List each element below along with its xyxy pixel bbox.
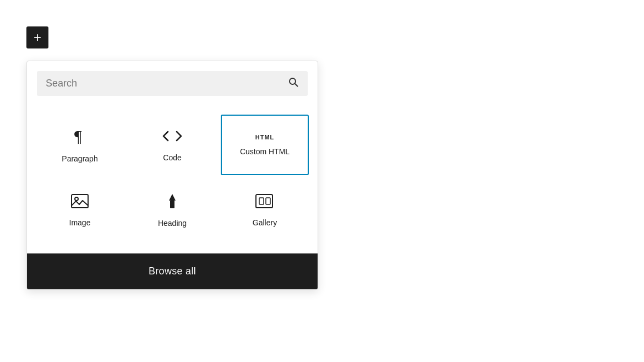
plus-icon: + [34, 31, 41, 44]
paragraph-icon: ¶ [71, 127, 89, 148]
block-label-code: Code [163, 153, 181, 162]
block-item-code[interactable]: Code [128, 115, 216, 175]
block-label-heading: Heading [158, 219, 187, 228]
block-item-gallery[interactable]: Gallery [221, 180, 309, 240]
svg-rect-6 [170, 201, 174, 208]
html-icon-wrapper: HTML [255, 134, 275, 141]
heading-icon [165, 193, 180, 212]
svg-point-4 [75, 197, 78, 201]
html-icon-text: HTML [255, 134, 275, 141]
svg-rect-9 [266, 198, 270, 204]
block-item-custom-html[interactable]: HTML Custom HTML [221, 115, 309, 175]
svg-line-1 [295, 84, 298, 87]
blocks-grid: ¶ Paragraph Code HTML Custom HTML [27, 106, 318, 253]
block-label-custom-html: Custom HTML [240, 147, 290, 156]
search-input[interactable] [46, 78, 288, 89]
block-item-paragraph[interactable]: ¶ Paragraph [36, 115, 124, 175]
block-item-image[interactable]: Image [36, 180, 124, 240]
browse-all-button[interactable]: Browse all [27, 253, 318, 289]
add-block-button[interactable]: + [26, 26, 48, 48]
search-container [27, 61, 318, 106]
block-label-gallery: Gallery [253, 218, 277, 227]
code-icon [162, 128, 182, 147]
svg-rect-8 [259, 198, 264, 204]
block-label-paragraph: Paragraph [62, 154, 97, 163]
block-label-image: Image [69, 218, 91, 227]
gallery-icon [255, 193, 274, 212]
search-box [37, 71, 308, 96]
svg-marker-5 [169, 194, 176, 201]
search-icon [288, 77, 299, 90]
svg-rect-3 [72, 194, 88, 208]
image-icon [71, 193, 89, 212]
svg-text:¶: ¶ [74, 127, 82, 145]
block-item-heading[interactable]: Heading [128, 180, 216, 240]
block-picker-popup: ¶ Paragraph Code HTML Custom HTML [26, 61, 318, 290]
